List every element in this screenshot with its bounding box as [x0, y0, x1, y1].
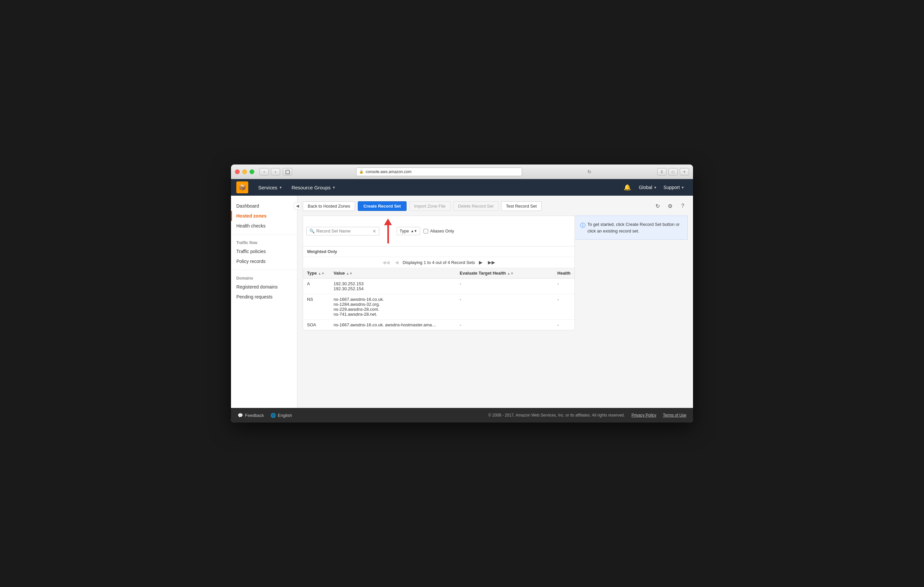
- type-select[interactable]: Type ▲▼: [397, 227, 420, 235]
- english-label: English: [278, 413, 292, 418]
- col-header-type[interactable]: Type ▲▼: [303, 268, 330, 279]
- copyright-text: © 2008 - 2017, Amazon Web Services, Inc.…: [488, 413, 625, 418]
- sidebar-item-pending-requests[interactable]: Pending requests: [231, 292, 297, 302]
- browser-nav: ‹ ›: [259, 168, 280, 176]
- notifications-icon[interactable]: 🔔: [619, 184, 635, 191]
- row-evaluate-a: -: [456, 279, 553, 294]
- settings-icon[interactable]: ⚙: [665, 201, 675, 211]
- sidebar-toggle[interactable]: ▢: [283, 168, 292, 176]
- back-button[interactable]: ‹: [259, 168, 269, 176]
- aws-navbar: 📦 Services ▼ Resource Groups ▼ 🔔 Global …: [231, 179, 693, 196]
- footer: 💬 Feedback 🌐 English © 2008 - 2017, Amaz…: [231, 408, 693, 423]
- content-split: 🔍 ✕ Type ▲▼: [303, 215, 688, 330]
- row-evaluate-soa: -: [456, 320, 553, 330]
- row-type-ns: NS: [303, 294, 330, 320]
- search-box[interactable]: 🔍 ✕: [306, 227, 380, 235]
- table-section: 🔍 ✕ Type ▲▼: [303, 215, 575, 330]
- title-bar-right: ⇫ □ +: [657, 168, 689, 176]
- privacy-policy-link[interactable]: Privacy Policy: [632, 413, 657, 418]
- aliases-only-checkbox[interactable]: [424, 229, 428, 233]
- feedback-button[interactable]: 💬 Feedback: [238, 413, 264, 418]
- row-type-a: A: [303, 279, 330, 294]
- filter-container: 🔍 ✕ Type ▲▼: [303, 215, 575, 246]
- first-page-button[interactable]: ◀◀: [381, 259, 391, 266]
- col-header-value[interactable]: Value ▲▼: [330, 268, 456, 279]
- sidebar-item-registered-domains[interactable]: Registered domains: [231, 282, 297, 292]
- table-body: A 192.30.252.153 192.30.252.154 - - NS n…: [303, 279, 574, 330]
- traffic-lights: [235, 169, 254, 174]
- sidebar-item-health-checks[interactable]: Health checks: [231, 221, 297, 231]
- last-page-button[interactable]: ▶▶: [487, 259, 497, 266]
- close-button[interactable]: [235, 169, 239, 174]
- global-label: Global: [639, 185, 652, 190]
- row-health-ns: -: [553, 294, 574, 320]
- title-bar: ‹ › ▢ 🔒 console.aws.amazon.com ↻ ⇫ □ +: [231, 164, 693, 179]
- help-icon[interactable]: ?: [678, 201, 688, 211]
- sidebar-item-traffic-policies[interactable]: Traffic policies: [231, 247, 297, 257]
- global-chevron: ▼: [653, 186, 657, 189]
- feedback-label: Feedback: [245, 413, 264, 418]
- address-bar[interactable]: 🔒 console.aws.amazon.com: [356, 168, 522, 176]
- row-evaluate-ns: -: [456, 294, 553, 320]
- sidebar-collapse-button[interactable]: ◀: [294, 202, 301, 210]
- sidebar-item-hosted-zones[interactable]: Hosted zones: [231, 211, 297, 221]
- right-panel-info: ⓘ To get started, click Create Record Se…: [580, 221, 682, 234]
- clear-search-icon[interactable]: ✕: [372, 229, 376, 234]
- maximize-button[interactable]: [249, 169, 254, 174]
- support-nav-item[interactable]: Support ▼: [660, 179, 688, 196]
- sidebar-section-domains: Domains: [231, 273, 297, 282]
- refresh-icon[interactable]: ↻: [652, 201, 662, 211]
- aws-logo: 📦: [236, 181, 248, 193]
- share-button[interactable]: ⇫: [657, 168, 667, 176]
- next-page-button[interactable]: ▶: [478, 259, 484, 266]
- info-icon: ⓘ: [580, 222, 586, 234]
- arrow-head: [384, 219, 392, 225]
- sidebar-item-dashboard[interactable]: Dashboard: [231, 201, 297, 211]
- support-label: Support: [663, 185, 680, 190]
- resource-groups-nav-item[interactable]: Resource Groups ▼: [287, 179, 340, 196]
- row-type-soa: SOA: [303, 320, 330, 330]
- url-text: console.aws.amazon.com: [366, 169, 412, 174]
- table-row[interactable]: NS ns-1667.awsdns-16.co.uk. ns-1284.awsd…: [303, 294, 574, 320]
- services-chevron: ▼: [279, 186, 282, 189]
- add-tab-button[interactable]: +: [680, 168, 689, 176]
- type-label: Type: [399, 229, 409, 233]
- table-row[interactable]: SOA ns-1667.awsdns-16.co.uk. awsdns-host…: [303, 320, 574, 330]
- row-health-a: -: [553, 279, 574, 294]
- support-chevron: ▼: [681, 186, 685, 189]
- sidebar-item-policy-records[interactable]: Policy records: [231, 257, 297, 266]
- test-record-set-button[interactable]: Test Record Set: [501, 201, 542, 211]
- create-record-set-button[interactable]: Create Record Set: [358, 201, 407, 211]
- arrow-shaft: [387, 225, 389, 243]
- record-set-name-input[interactable]: [316, 229, 371, 233]
- row-value-ns: ns-1667.awsdns-16.co.uk. ns-1284.awsdns-…: [330, 294, 456, 320]
- resource-groups-label: Resource Groups: [291, 185, 330, 190]
- prev-page-button[interactable]: ◀: [394, 259, 400, 266]
- weighted-only-text: Weighted Only: [307, 249, 337, 254]
- fullscreen-button[interactable]: □: [668, 168, 678, 176]
- global-nav-item[interactable]: Global ▼: [635, 179, 660, 196]
- pagination-bar: ◀◀ ◀ Displaying 1 to 4 out of 4 Record S…: [303, 257, 574, 268]
- mac-window: ‹ › ▢ 🔒 console.aws.amazon.com ↻ ⇫ □ + 📦…: [231, 164, 693, 423]
- lock-icon: 🔒: [359, 169, 364, 174]
- row-value-soa: ns-1667.awsdns-16.co.uk. awsdns-hostmast…: [330, 320, 456, 330]
- sidebar-divider-1: [231, 234, 297, 235]
- terms-of-use-link[interactable]: Terms of Use: [663, 413, 686, 418]
- table-row[interactable]: A 192.30.252.153 192.30.252.154 - -: [303, 279, 574, 294]
- minimize-button[interactable]: [242, 169, 247, 174]
- col-header-health[interactable]: Health: [553, 268, 574, 279]
- weighted-only-row: Weighted Only: [303, 247, 574, 257]
- services-nav-item[interactable]: Services ▼: [254, 179, 287, 196]
- forward-button[interactable]: ›: [271, 168, 280, 176]
- right-panel: ⓘ To get started, click Create Record Se…: [575, 215, 688, 240]
- reload-button[interactable]: ↻: [586, 168, 593, 176]
- sidebar-divider-2: [231, 270, 297, 270]
- back-to-hosted-zones-button[interactable]: Back to Hosted Zones: [303, 201, 355, 211]
- toolbar: Back to Hosted Zones Create Record Set I…: [303, 201, 688, 211]
- filter-bar: 🔍 ✕ Type ▲▼: [303, 215, 575, 246]
- col-header-evaluate[interactable]: Evaluate Target Health ▲▼: [456, 268, 553, 279]
- sidebar-section-traffic-flow: Traffic flow: [231, 238, 297, 247]
- aliases-only-label: Aliases Only: [424, 229, 454, 233]
- language-button[interactable]: 🌐 English: [271, 413, 292, 418]
- row-value-a: 192.30.252.153 192.30.252.154: [330, 279, 456, 294]
